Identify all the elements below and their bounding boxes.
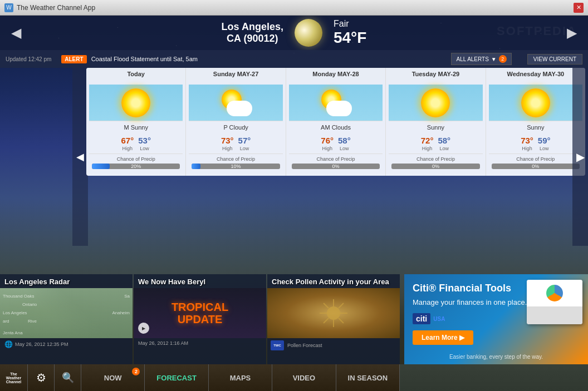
app-icon: W [4, 3, 13, 12]
radar-card-footer: 🌐 May 26, 2012 12:35 PM [0, 338, 133, 350]
temp-row-3: 72° High 58° Low [389, 133, 482, 154]
current-condition: Fair 54°F [334, 19, 366, 47]
precip-1: Chance of Precip 10% [189, 154, 282, 171]
precip-today: Chance of Precip 20% [89, 154, 183, 171]
radar-label-2: Ontario [22, 302, 37, 307]
location-display: Los Angeles, CA (90012) Fair 54°F [32, 19, 556, 47]
header-nav: ◀ Los Angeles, CA (90012) Fair 54°F ▶ [0, 16, 588, 50]
precip-4: Chance of Precip 0% [489, 154, 582, 171]
forecast-day-3: Tuesday MAY-29 Sunny 72° High 58° Low [386, 68, 486, 176]
radar-label-6: ard [3, 319, 9, 324]
precip-2: Chance of Precip 0% [289, 154, 383, 171]
weather-icon-4 [489, 85, 582, 121]
alert-count-badge: 2 [499, 55, 507, 63]
settings-button[interactable]: ⚙ [28, 364, 55, 391]
view-current-button[interactable]: VIEW CURRENT [527, 54, 582, 65]
sun-cloud-icon-1 [220, 88, 252, 117]
temp-row-4: 73° High 59° Low [489, 133, 582, 154]
nav-tab-forecast[interactable]: FORECAST [145, 364, 208, 391]
condition-1: P Cloudy [189, 121, 282, 133]
updated-time: Updated 12:42 pm [6, 56, 51, 62]
forecast-next-arrow[interactable]: ▶ [572, 68, 588, 246]
tropical-card-footer: May 26, 2012 1:16 AM [134, 338, 266, 348]
globe-icon: 🌐 [4, 340, 13, 348]
alert-bar: Updated 12:42 pm ALERT Coastal Flood Sta… [0, 50, 588, 68]
pollen-thumbnail [267, 288, 400, 338]
weather-icon-today [89, 85, 183, 121]
sun-icon-today [121, 88, 150, 117]
bottom-nav: The Weather Channel ⚙ 🔍 NOW 2 FORECAST M… [0, 364, 400, 391]
radar-label-4: Anaheim [112, 310, 130, 315]
svg-line-5 [324, 303, 329, 308]
day-label-3: Tuesday MAY-29 [386, 68, 485, 80]
forecast-day-4: Wednesday MAY-30 Sunny 73° High 59° Low [486, 68, 585, 176]
window-title: The Weather Channel App [17, 4, 574, 12]
nav-tab-inseason[interactable]: IN SEASON [336, 364, 400, 391]
day-label-1: Sunday MAY-27 [186, 68, 285, 80]
radar-label-3: Los Angeles [3, 310, 27, 315]
forecast-panel: Today M Sunny 67° High 53° Low Cha [86, 68, 585, 176]
day-label-4: Wednesday MAY-30 [486, 68, 585, 80]
close-button[interactable]: ✕ [574, 3, 584, 13]
radar-card-title: Los Angeles Radar [0, 274, 133, 288]
radar-label-1: Thousand Oaks [3, 294, 34, 299]
svg-line-6 [339, 318, 344, 323]
ad-laptop-image [527, 280, 582, 324]
ad-laptop-base [527, 306, 582, 324]
nav-tab-maps[interactable]: MAPS [209, 364, 272, 391]
sun-cloud-icon-2 [320, 88, 351, 117]
sun-icon-3 [421, 88, 450, 117]
condition-2: AM Clouds [289, 121, 383, 133]
forecast-day-0: Today M Sunny 67° High 53° Low Cha [86, 68, 186, 176]
nav-tab-video[interactable]: VIDEO [272, 364, 336, 391]
radar-map-thumbnail: Thousand Oaks Ontario Los Angeles Anahei… [0, 288, 133, 338]
sun-icon-4 [521, 88, 550, 117]
forecast-day-2: Monday MAY-28 AM Clouds 76° High 58° [286, 68, 386, 176]
day-label-2: Monday MAY-28 [286, 68, 385, 80]
main-container: SOFTPEDIA ◀ Los Angeles, CA (90012) Fair… [0, 16, 588, 391]
temp-low-today: 53° [138, 136, 151, 145]
app-logo-nav: The Weather Channel [0, 364, 28, 391]
temp-row-2: 76° High 58° Low [289, 133, 383, 154]
prev-location-arrow[interactable]: ◀ [0, 19, 32, 46]
next-location-arrow[interactable]: ▶ [556, 19, 588, 46]
precip-3: Chance of Precip 0% [389, 154, 482, 171]
forecast-day-1: Sunday MAY-27 P Cloudy 73° High 57° [186, 68, 286, 176]
play-button[interactable]: ▶ [138, 323, 149, 334]
pollen-card-title: Check Pollen Activity in your Area [267, 274, 400, 288]
forecast-days: Today M Sunny 67° High 53° Low Cha [86, 68, 585, 176]
alert-badge: ALERT [61, 55, 86, 63]
condition-today: M Sunny [89, 121, 183, 133]
weather-icon-1 [189, 85, 282, 121]
now-badge: 2 [132, 368, 140, 375]
alert-message: Coastal Flood Statement until Sat, 5am [91, 56, 447, 62]
radar-label-8: Jenta Ana [3, 330, 23, 335]
citi-logo: citi [413, 313, 430, 324]
temp-row-1: 73° High 57° Low [189, 133, 282, 154]
radar-label-7: Rive [28, 319, 37, 324]
nav-tab-now[interactable]: NOW 2 [81, 364, 145, 391]
learn-more-button[interactable]: Learn More ▶ [413, 330, 473, 345]
temp-row-today: 67° High 53° Low [89, 133, 183, 154]
pollen-footer-text: Pollen Forecast [287, 343, 322, 348]
ad-pie-chart [546, 285, 563, 301]
svg-line-8 [324, 318, 329, 323]
forecast-prev-arrow[interactable]: ◀ [72, 68, 88, 246]
ad-footer-text: Easier banking, every step of the way. [404, 354, 588, 360]
search-button[interactable]: 🔍 [55, 364, 81, 391]
radar-card[interactable]: Los Angeles Radar Thousand Oaks Ontario … [0, 274, 133, 364]
condition-4: Sunny [489, 121, 582, 133]
tropical-card[interactable]: We Now Have Beryl TROPICAL UPDATE ▶ May … [134, 274, 266, 364]
svg-line-7 [339, 303, 344, 308]
pollen-card-footer: TWC Pollen Forecast [267, 338, 400, 353]
tropical-text: TROPICAL UPDATE [171, 301, 228, 325]
day-label-0: Today [86, 68, 185, 80]
ad-screen [527, 280, 582, 306]
bottom-content-area: Los Angeles Radar Thousand Oaks Ontario … [0, 274, 400, 364]
pollen-card[interactable]: Check Pollen Activity in your Area [267, 274, 400, 364]
condition-3: Sunny [389, 121, 482, 133]
radar-label-5: Sa [124, 294, 130, 299]
pollen-bg [267, 288, 400, 338]
pollen-svg [317, 296, 350, 330]
all-alerts-button[interactable]: ALL ALERTS ▼ 2 [451, 53, 511, 65]
